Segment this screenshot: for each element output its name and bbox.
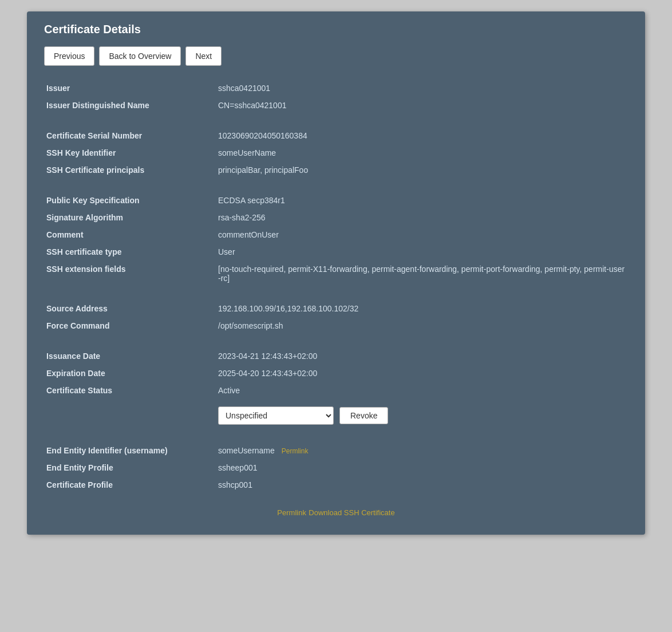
issuance-date-value: 2023-04-21 12:43:43+02:00 <box>216 342 628 365</box>
force-cmd-label: Force Command <box>44 317 216 334</box>
page-title: Certificate Details <box>44 23 628 36</box>
cert-serial-row: Certificate Serial Number 10230690204050… <box>44 122 628 144</box>
source-addr-value: 192.168.100.99/16,192.168.100.102/32 <box>216 295 628 317</box>
ssh-principals-row: SSH Certificate principals principalBar,… <box>44 161 628 179</box>
expiration-date-label: Expiration Date <box>44 365 216 382</box>
navigation-buttons: Previous Back to Overview Next <box>44 46 628 66</box>
source-addr-label: Source Address <box>44 295 216 317</box>
force-cmd-row: Force Command /opt/somescript.sh <box>44 317 628 334</box>
ssh-key-id-label: SSH Key Identifier <box>44 144 216 161</box>
pubkey-spec-label: Public Key Specification <box>44 187 216 209</box>
source-addr-row: Source Address 192.168.100.99/16,192.168… <box>44 295 628 317</box>
ssh-ext-label: SSH extension fields <box>44 260 216 287</box>
end-entity-id-row: End Entity Identifier (username) someUse… <box>44 437 628 459</box>
ssh-key-id-row: SSH Key Identifier someUserName <box>44 144 628 161</box>
cert-status-row: Certificate Status Active <box>44 382 628 399</box>
comment-value: commentOnUser <box>216 226 628 243</box>
sig-algo-row: Signature Algorithm rsa-sha2-256 <box>44 209 628 226</box>
cert-profile-row: Certificate Profile sshcp001 <box>44 476 628 493</box>
footer-download[interactable]: Download SSH Certificate <box>309 508 394 517</box>
cert-profile-value: sshcp001 <box>216 476 628 493</box>
issuer-dn-value: CN=sshca0421001 <box>216 97 628 114</box>
revoke-controls: UnspecifiedKey CompromiseCA CompromiseAf… <box>218 406 626 425</box>
ssh-ext-value: [no-touch-required, permit-X11-forwardin… <box>216 260 628 287</box>
previous-button[interactable]: Previous <box>44 46 94 66</box>
revoke-reason-dropdown[interactable]: UnspecifiedKey CompromiseCA CompromiseAf… <box>218 406 334 425</box>
sig-algo-label: Signature Algorithm <box>44 209 216 226</box>
cert-serial-label: Certificate Serial Number <box>44 122 216 144</box>
issuance-date-row: Issuance Date 2023-04-21 12:43:43+02:00 <box>44 342 628 365</box>
next-button[interactable]: Next <box>185 46 222 66</box>
footer-permlink[interactable]: Permlink <box>277 508 306 517</box>
footer-links: Permlink Download SSH Certificate <box>44 507 628 518</box>
cert-status-value: Active <box>216 382 628 399</box>
end-entity-profile-row: End Entity Profile ssheep001 <box>44 459 628 476</box>
revoke-action-row: UnspecifiedKey CompromiseCA CompromiseAf… <box>44 399 628 429</box>
sig-algo-value: rsa-sha2-256 <box>216 209 628 226</box>
issuance-date-label: Issuance Date <box>44 342 216 365</box>
end-entity-id-value: someUsername <box>218 446 275 455</box>
end-entity-profile-label: End Entity Profile <box>44 459 216 476</box>
force-cmd-value: /opt/somescript.sh <box>216 317 628 334</box>
pubkey-spec-value: ECDSA secp384r1 <box>216 187 628 209</box>
cert-status-label: Certificate Status <box>44 382 216 399</box>
end-entity-profile-value: ssheep001 <box>216 459 628 476</box>
pubkey-spec-row: Public Key Specification ECDSA secp384r1 <box>44 187 628 209</box>
end-entity-id-label: End Entity Identifier (username) <box>44 437 216 459</box>
cert-profile-label: Certificate Profile <box>44 476 216 493</box>
details-table: Issuer sshca0421001 Issuer Distinguished… <box>44 80 628 493</box>
comment-row: Comment commentOnUser <box>44 226 628 243</box>
ssh-principals-value: principalBar, principalFoo <box>216 161 628 179</box>
issuer-dn-label: Issuer Distinguished Name <box>44 97 216 114</box>
cert-type-label: SSH certificate type <box>44 243 216 260</box>
expiration-date-row: Expiration Date 2025-04-20 12:43:43+02:0… <box>44 365 628 382</box>
cert-serial-value: 10230690204050160384 <box>216 122 628 144</box>
ssh-ext-row: SSH extension fields [no-touch-required,… <box>44 260 628 287</box>
expiration-date-value: 2025-04-20 12:43:43+02:00 <box>216 365 628 382</box>
end-entity-id-cell: someUsername Permlink <box>216 437 628 459</box>
certificate-details-card: Certificate Details Previous Back to Ove… <box>27 11 645 535</box>
cert-type-row: SSH certificate type User <box>44 243 628 260</box>
ssh-key-id-value: someUserName <box>216 144 628 161</box>
issuer-value: sshca0421001 <box>216 80 628 97</box>
issuer-dn-row: Issuer Distinguished Name CN=sshca042100… <box>44 97 628 114</box>
end-entity-permlink[interactable]: Permlink <box>282 447 309 455</box>
back-to-overview-button[interactable]: Back to Overview <box>99 46 181 66</box>
cert-type-value: User <box>216 243 628 260</box>
revoke-button[interactable]: Revoke <box>339 407 388 424</box>
ssh-principals-label: SSH Certificate principals <box>44 161 216 179</box>
issuer-label: Issuer <box>44 80 216 97</box>
comment-label: Comment <box>44 226 216 243</box>
issuer-row: Issuer sshca0421001 <box>44 80 628 97</box>
